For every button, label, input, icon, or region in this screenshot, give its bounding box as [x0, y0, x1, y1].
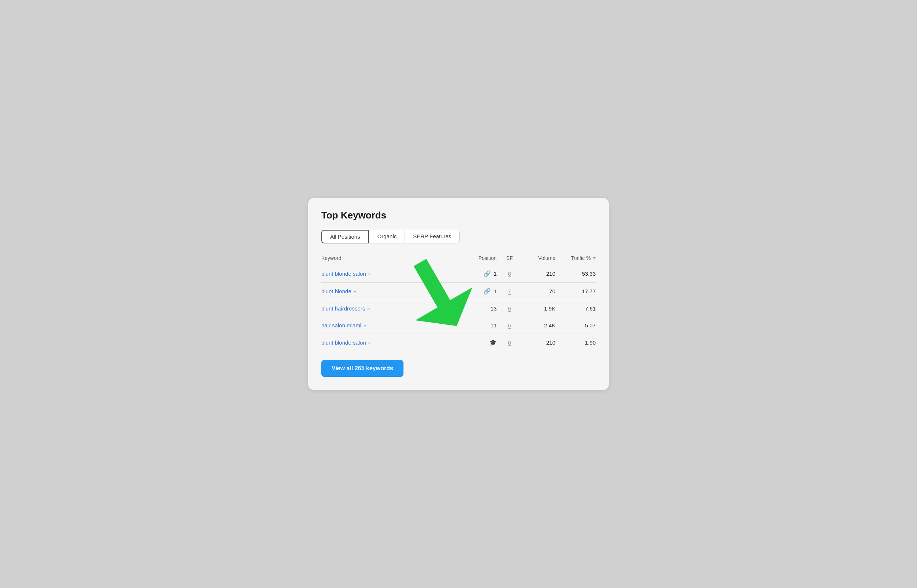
table-row: blunt hairdressers » 13 6 1.9K 7.61	[321, 300, 596, 317]
link-icon: 🔗	[484, 288, 491, 295]
position-cell: 🔗 1	[449, 270, 497, 277]
top-keywords-card: Top Keywords All Positions Organic SERP …	[308, 198, 609, 390]
position-cell: 🔗 1	[449, 288, 497, 295]
col-volume: Volume	[522, 255, 555, 261]
tab-organic[interactable]: Organic	[369, 230, 405, 244]
keywords-table: Keyword Position SF Volume Traffic % ≡ b…	[321, 252, 596, 351]
traffic-cell: 1.90	[555, 339, 596, 346]
volume-cell: 70	[522, 288, 555, 294]
keyword-arrows: »	[364, 323, 366, 328]
tab-all-positions[interactable]: All Positions	[321, 230, 369, 244]
col-keyword: Keyword	[321, 255, 449, 261]
keyword-link[interactable]: hair salon miami »	[321, 322, 449, 328]
graduation-icon: 🎓	[489, 339, 497, 346]
col-position: Position	[449, 255, 497, 261]
keyword-arrows: »	[367, 306, 370, 311]
sf-cell: 6	[497, 305, 522, 312]
position-cell: 🎓	[449, 339, 497, 346]
table-row: blunt blonde salon » 🔗 1 6 210 53.33	[321, 265, 596, 283]
volume-cell: 1.9K	[522, 305, 555, 312]
sf-cell: 7	[497, 288, 522, 294]
view-all-keywords-button[interactable]: View all 265 keywords	[321, 360, 403, 377]
tab-serp-features[interactable]: SERP Features	[404, 230, 459, 244]
keyword-arrows: »	[368, 271, 371, 276]
table-header: Keyword Position SF Volume Traffic % ≡	[321, 252, 596, 265]
position-cell: 13	[449, 305, 497, 312]
keyword-link[interactable]: blunt blonde »	[321, 288, 449, 294]
filter-icon[interactable]: ≡	[593, 255, 596, 261]
sf-cell: 6	[497, 271, 522, 277]
traffic-cell: 5.07	[555, 322, 596, 328]
position-cell: 11	[449, 322, 497, 328]
volume-cell: 210	[522, 339, 555, 346]
table-row: blunt blonde salon » 🎓 6 210 1.90	[321, 334, 596, 351]
sf-cell: 6	[497, 339, 522, 346]
table-row: hair salon miami » 11 6 2.4K 5.07	[321, 317, 596, 334]
volume-cell: 210	[522, 271, 555, 277]
link-icon: 🔗	[484, 270, 491, 277]
traffic-cell: 53.33	[555, 271, 596, 277]
table-row: blunt blonde » 🔗 1 7 70 17.77	[321, 283, 596, 300]
keyword-link[interactable]: blunt hairdressers »	[321, 305, 449, 312]
col-sf: SF	[497, 255, 522, 261]
col-traffic: Traffic % ≡	[555, 255, 596, 261]
sf-cell: 6	[497, 322, 522, 328]
keyword-arrows: »	[368, 340, 371, 345]
keyword-link[interactable]: blunt blonde salon »	[321, 271, 449, 277]
traffic-cell: 7.61	[555, 305, 596, 312]
keyword-link[interactable]: blunt blonde salon »	[321, 339, 449, 346]
tab-bar: All Positions Organic SERP Features	[321, 230, 596, 244]
traffic-cell: 17.77	[555, 288, 596, 294]
keyword-arrows: »	[354, 289, 356, 294]
volume-cell: 2.4K	[522, 322, 555, 328]
card-title: Top Keywords	[321, 210, 596, 221]
